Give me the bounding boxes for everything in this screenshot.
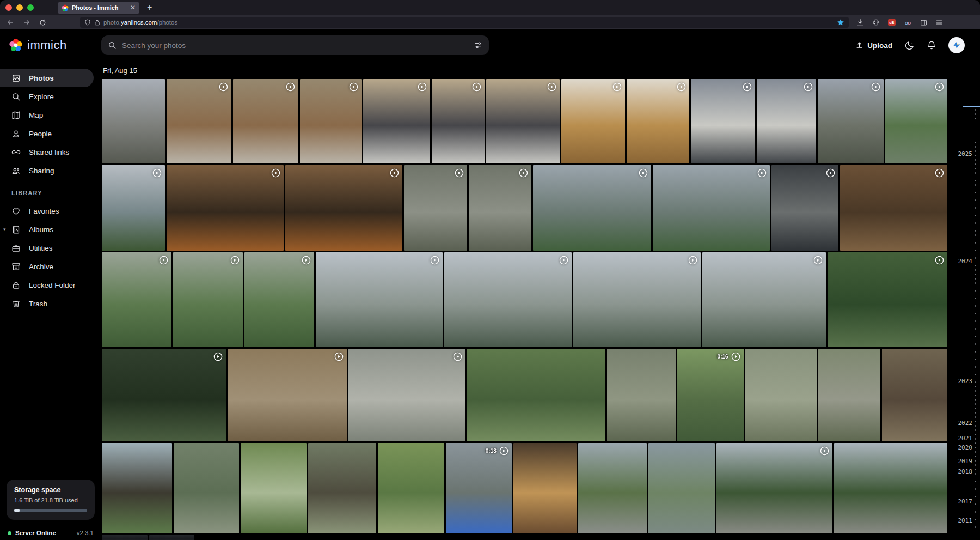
ublock-extension-icon[interactable]: uB [888, 19, 896, 26]
photo-tile[interactable] [348, 349, 465, 441]
photo-tile[interactable] [149, 535, 195, 540]
sidebar-item-favorites[interactable]: Favorites [0, 202, 101, 220]
scrubber-year-label[interactable]: 2025 [958, 150, 973, 157]
search-input[interactable] [122, 41, 468, 50]
macos-traffic-lights[interactable] [0, 4, 41, 11]
photo-tile[interactable] [469, 165, 531, 251]
photo-tile[interactable] [885, 79, 947, 163]
photo-tile[interactable] [627, 79, 689, 163]
close-window-button[interactable] [5, 4, 12, 11]
photo-tile[interactable] [467, 349, 606, 441]
browser-tab[interactable]: Photos - Immich ✕ [58, 2, 139, 14]
lock-icon[interactable] [94, 20, 100, 26]
scrubber-year-label[interactable]: 2020 [958, 444, 973, 451]
photo-tile[interactable] [378, 443, 444, 533]
search-bar[interactable] [101, 35, 489, 55]
photo-tile[interactable] [757, 79, 816, 163]
photo-tile[interactable] [167, 165, 284, 251]
photo-tile[interactable]: 0:18 [446, 443, 512, 533]
sidebar-item-albums[interactable]: ▾ Albums [0, 220, 101, 239]
sidebar-panel-icon[interactable] [920, 19, 927, 26]
notifications-bell-icon[interactable] [927, 40, 936, 50]
photo-tile[interactable]: 0:16 [677, 349, 744, 441]
user-avatar[interactable] [948, 37, 965, 53]
timeline-scrubber[interactable]: 2025202420232022202120202019201820172011 [947, 61, 980, 540]
photo-tile[interactable] [607, 349, 676, 441]
photo-tile[interactable] [102, 443, 172, 533]
forward-icon[interactable] [23, 19, 30, 26]
photo-tile[interactable] [300, 79, 362, 163]
photo-tile[interactable] [102, 252, 171, 347]
photo-tile[interactable] [745, 349, 817, 441]
photo-tile[interactable] [308, 443, 377, 533]
scrubber-year-label[interactable]: 2018 [958, 468, 973, 475]
photo-tile[interactable] [818, 349, 880, 441]
photo-tile[interactable] [771, 165, 838, 251]
photo-tile[interactable] [840, 165, 947, 251]
tab-close-icon[interactable]: ✕ [130, 4, 136, 11]
photo-tile[interactable] [648, 443, 715, 533]
photo-tile[interactable] [882, 349, 947, 441]
sidebar-item-map[interactable]: Map [0, 106, 101, 124]
new-tab-button[interactable]: + [147, 3, 152, 13]
photo-tile[interactable] [432, 79, 485, 163]
photo-tile[interactable] [828, 252, 947, 347]
downloads-icon[interactable] [856, 19, 864, 26]
photo-tile[interactable] [653, 165, 770, 251]
photo-tile[interactable] [363, 79, 430, 163]
scrubber-position-indicator[interactable] [963, 106, 980, 107]
photo-tile[interactable] [102, 349, 226, 441]
sidebar-item-locked-folder[interactable]: Locked Folder [0, 276, 101, 294]
extension-puzzle-icon[interactable] [872, 19, 880, 26]
sidebar-item-archive[interactable]: Archive [0, 257, 101, 276]
photo-tile[interactable] [244, 252, 314, 347]
extension-glasses-icon[interactable] [904, 19, 912, 26]
bookmark-star-icon[interactable] [837, 19, 844, 26]
photo-tile[interactable] [174, 443, 240, 533]
sidebar-item-shared-links[interactable]: Shared links [0, 143, 101, 161]
immich-logo[interactable]: immich [9, 38, 101, 52]
scrubber-year-label[interactable]: 2011 [958, 517, 973, 524]
sidebar-item-photos[interactable]: Photos [0, 69, 94, 87]
photo-tile[interactable] [196, 535, 947, 540]
photo-tile[interactable] [716, 443, 833, 533]
scrubber-year-label[interactable]: 2022 [958, 420, 973, 427]
photo-tile[interactable] [102, 79, 165, 163]
photo-tile[interactable] [102, 535, 148, 540]
sidebar-item-people[interactable]: People [0, 124, 101, 143]
minimize-window-button[interactable] [16, 4, 23, 11]
chevron-down-icon[interactable]: ▾ [3, 227, 6, 232]
photo-tile[interactable] [285, 165, 402, 251]
sidebar-item-utilities[interactable]: Utilities [0, 239, 101, 257]
scrubber-year-label[interactable]: 2019 [958, 458, 973, 465]
photo-tile[interactable] [167, 79, 231, 163]
sidebar-item-trash[interactable]: Trash [0, 294, 101, 313]
photo-tile[interactable] [691, 79, 755, 163]
photo-tile[interactable] [573, 252, 701, 347]
server-version[interactable]: v2.3.1 [77, 530, 94, 536]
photo-tile[interactable] [228, 349, 347, 441]
tracking-shield-icon[interactable] [84, 19, 91, 26]
menu-hamburger-icon[interactable] [935, 19, 943, 26]
photo-tile[interactable] [233, 79, 298, 163]
photo-tile[interactable] [561, 79, 625, 163]
photo-tile[interactable] [173, 252, 243, 347]
photo-tile[interactable] [444, 252, 572, 347]
photo-tile[interactable] [702, 252, 826, 347]
maximize-window-button[interactable] [27, 4, 34, 11]
photo-tile[interactable] [578, 443, 647, 533]
sidebar-item-explore[interactable]: Explore [0, 87, 101, 106]
photo-tile[interactable] [102, 165, 165, 251]
back-icon[interactable] [7, 19, 14, 26]
photo-tile[interactable] [486, 79, 559, 163]
photo-tile[interactable] [834, 443, 947, 533]
upload-button[interactable]: Upload [855, 41, 892, 50]
photo-tile[interactable] [404, 165, 467, 251]
reload-icon[interactable] [39, 19, 46, 26]
photo-tile[interactable] [818, 79, 884, 163]
scrubber-year-label[interactable]: 2023 [958, 378, 973, 385]
sidebar-item-sharing[interactable]: Sharing [0, 161, 101, 180]
photo-tile[interactable] [241, 443, 307, 533]
theme-moon-icon[interactable] [904, 40, 915, 51]
photo-tile[interactable] [533, 165, 651, 251]
